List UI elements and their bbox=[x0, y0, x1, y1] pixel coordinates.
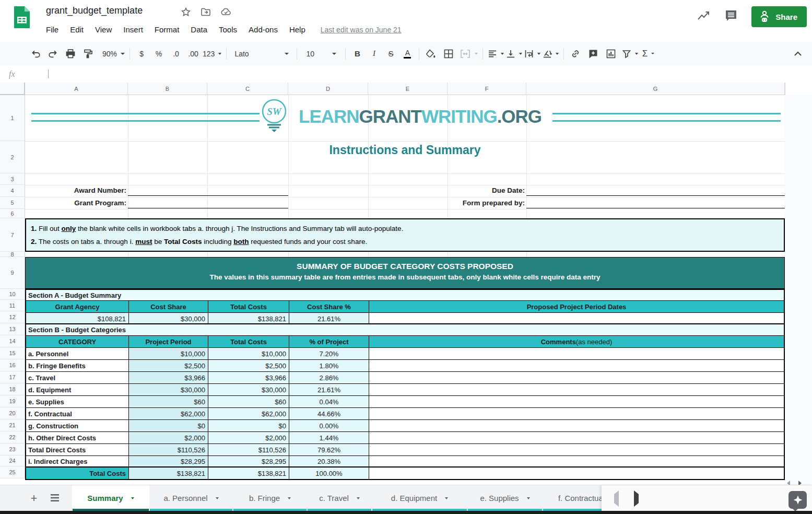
move-to-folder-icon[interactable] bbox=[201, 7, 211, 19]
tab-c-travel[interactable]: c. Travel bbox=[307, 485, 372, 511]
total-costs-value[interactable]: $62,000 bbox=[208, 408, 289, 419]
project-period-value[interactable]: $3,966 bbox=[129, 372, 208, 383]
tab-d-equipment[interactable]: d. Equipment bbox=[372, 485, 467, 511]
star-icon[interactable] bbox=[181, 7, 191, 19]
award-number-label[interactable]: Award Number: bbox=[25, 186, 126, 194]
due-date-input[interactable] bbox=[526, 195, 785, 196]
menu-file[interactable]: File bbox=[46, 23, 64, 36]
row-header-1[interactable]: 1 bbox=[0, 95, 25, 141]
pct-of-project-value[interactable]: 1.44% bbox=[289, 432, 369, 443]
row-header-18[interactable]: 18 bbox=[0, 383, 25, 395]
column-header-E[interactable]: E bbox=[368, 83, 448, 95]
comment-cell[interactable] bbox=[369, 468, 784, 479]
grant-program-input[interactable] bbox=[128, 208, 288, 208]
row-header-19[interactable]: 19 bbox=[0, 395, 25, 407]
project-period-value[interactable]: $138,821 bbox=[129, 468, 208, 479]
add-sheet-button[interactable]: + bbox=[26, 490, 42, 506]
row-header-21[interactable]: 21 bbox=[0, 419, 25, 431]
document-title[interactable]: grant_budget_template bbox=[46, 5, 143, 16]
tab-e-supplies[interactable]: e. Supplies bbox=[467, 485, 543, 511]
text-color-button[interactable]: A bbox=[401, 46, 414, 62]
comment-cell[interactable] bbox=[369, 348, 784, 359]
comment-cell[interactable] bbox=[369, 372, 784, 383]
menu-tools[interactable]: Tools bbox=[213, 23, 243, 36]
row-header-25[interactable]: 25 bbox=[0, 466, 25, 478]
vertical-align-button[interactable] bbox=[506, 46, 522, 62]
total-costs-value[interactable]: $3,966 bbox=[208, 372, 289, 383]
version-history-icon[interactable] bbox=[697, 10, 711, 24]
font-select[interactable]: Lato bbox=[231, 46, 292, 62]
due-date-label[interactable]: Due Date: bbox=[420, 186, 525, 194]
header-total-costs[interactable]: Total Costs bbox=[208, 301, 289, 312]
row-header-9[interactable]: 9 bbox=[0, 257, 25, 289]
bold-button[interactable]: B bbox=[350, 46, 364, 62]
share-button[interactable]: Share bbox=[751, 6, 807, 27]
functions-button[interactable]: Σ bbox=[641, 46, 655, 62]
menu-edit[interactable]: Edit bbox=[64, 23, 89, 36]
category-label[interactable]: a. Personnel bbox=[26, 348, 129, 359]
header-pct-of-project[interactable]: % of Project bbox=[289, 336, 369, 347]
text-wrap-button[interactable] bbox=[524, 46, 540, 62]
summary-banner[interactable]: SUMMARY OF BUDGET CATEGORY COSTS PROPOSE… bbox=[25, 257, 785, 289]
number-format-button[interactable]: 123 bbox=[203, 46, 221, 62]
increase-decimal-button[interactable]: .00 bbox=[186, 46, 200, 62]
total-costs-value[interactable]: $30,000 bbox=[208, 384, 289, 395]
row-header-20[interactable]: 20 bbox=[0, 407, 25, 419]
cloud-saved-icon[interactable] bbox=[220, 7, 232, 19]
project-period-value[interactable]: $2,500 bbox=[129, 360, 208, 371]
row-header-11[interactable]: 11 bbox=[0, 300, 25, 311]
scroll-right-icon[interactable] bbox=[798, 481, 802, 485]
column-header-C[interactable]: C bbox=[207, 83, 288, 95]
tab-summary[interactable]: Summary bbox=[72, 485, 149, 511]
pct-of-project-value[interactable]: 2.86% bbox=[289, 372, 369, 383]
comment-cell[interactable] bbox=[369, 432, 784, 443]
project-period-value[interactable]: $110,526 bbox=[129, 444, 208, 455]
grant-program-label[interactable]: Grant Program: bbox=[25, 199, 126, 207]
row-header-24[interactable]: 24 bbox=[0, 455, 25, 466]
insert-comment-button[interactable] bbox=[586, 46, 600, 62]
row-header-3[interactable]: 3 bbox=[0, 173, 25, 185]
header-grant-agency[interactable]: Grant Agency bbox=[26, 301, 129, 312]
project-period-value[interactable]: $62,000 bbox=[129, 408, 208, 419]
comment-cell[interactable] bbox=[369, 384, 784, 395]
column-header-G[interactable]: G bbox=[526, 83, 785, 95]
zoom-select[interactable]: 90% bbox=[102, 46, 125, 62]
header-project-period[interactable]: Project Period bbox=[129, 336, 208, 347]
text-rotation-button[interactable] bbox=[543, 46, 559, 62]
pct-of-project-value[interactable]: 44.66% bbox=[289, 408, 369, 419]
row-header-15[interactable]: 15 bbox=[0, 347, 25, 359]
project-period-value[interactable]: $28,295 bbox=[129, 456, 208, 466]
project-period-value[interactable]: $30,000 bbox=[129, 384, 208, 395]
row-header-7[interactable]: 7 bbox=[0, 218, 25, 252]
tab-scroll-left-icon[interactable] bbox=[614, 494, 619, 504]
fill-color-button[interactable] bbox=[424, 46, 438, 62]
category-label[interactable]: h. Other Direct Costs bbox=[26, 432, 129, 443]
category-label[interactable]: g. Construction bbox=[26, 420, 129, 431]
category-label[interactable]: Total Costs bbox=[26, 468, 129, 479]
project-period-value[interactable]: $60 bbox=[129, 396, 208, 407]
pct-of-project-value[interactable]: 21.61% bbox=[289, 384, 369, 395]
total-costs-value[interactable]: $2,000 bbox=[208, 432, 289, 443]
total-costs-value[interactable]: $0 bbox=[208, 420, 289, 431]
comment-cell[interactable] bbox=[369, 396, 784, 407]
header-total-costs-b[interactable]: Total Costs bbox=[208, 336, 289, 347]
column-header-D[interactable]: D bbox=[288, 83, 368, 95]
project-period-value[interactable]: $10,000 bbox=[129, 348, 208, 359]
form-prepared-by-label[interactable]: Form prepared by: bbox=[420, 199, 525, 207]
menu-add-ons[interactable]: Add-ons bbox=[243, 23, 284, 36]
section-b-label[interactable]: Section B - Budget Categories bbox=[26, 324, 784, 336]
total-costs-value[interactable]: $28,295 bbox=[208, 456, 289, 466]
tab-b-fringe[interactable]: b. Fringe bbox=[233, 485, 307, 511]
pct-of-project-value[interactable]: 0.04% bbox=[289, 396, 369, 407]
redo-button[interactable] bbox=[46, 46, 60, 62]
category-label[interactable]: f. Contractual bbox=[26, 408, 129, 419]
pct-of-project-value[interactable]: 7.20% bbox=[289, 348, 369, 359]
total-costs-value[interactable]: $10,000 bbox=[208, 348, 289, 359]
project-period-value[interactable]: $0 bbox=[129, 420, 208, 431]
category-label[interactable]: c. Travel bbox=[26, 372, 129, 383]
total-costs-value[interactable]: $138,821 bbox=[208, 468, 289, 479]
pct-of-project-value[interactable]: 79.62% bbox=[289, 444, 369, 455]
project-period-value[interactable]: $2,000 bbox=[129, 432, 208, 443]
tab-f-contractual[interactable]: f. Contractual bbox=[543, 485, 602, 511]
category-label[interactable]: Total Direct Costs bbox=[26, 444, 129, 455]
